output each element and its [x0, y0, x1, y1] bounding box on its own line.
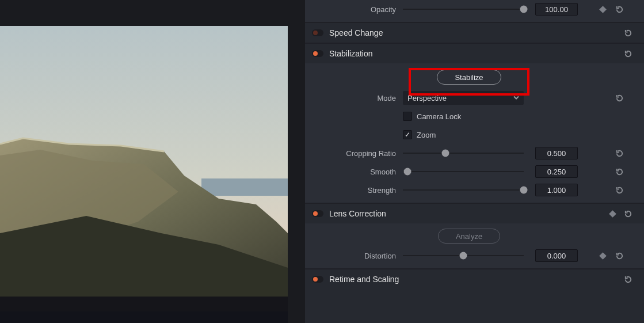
distortion-label: Distortion — [305, 252, 403, 260]
lens-correction-toggle[interactable] — [312, 210, 323, 217]
strength-row: Strength 1.000 — [305, 181, 644, 199]
opacity-label: Opacity — [305, 5, 403, 14]
reset-icon[interactable] — [615, 251, 624, 260]
retime-scaling-toggle[interactable] — [312, 276, 323, 283]
inspector-scrollbar[interactable] — [638, 289, 643, 323]
zoom-label: Zoom — [417, 131, 436, 139]
retime-scaling-title: Retime and Scaling — [329, 275, 399, 284]
strength-value[interactable]: 1.000 — [535, 184, 578, 196]
lens-correction-title: Lens Correction — [329, 209, 386, 218]
column-separator — [288, 0, 305, 323]
retime-scaling-header[interactable]: Retime and Scaling — [305, 269, 644, 289]
section-speed-change: Speed Change — [305, 23, 644, 43]
speed-change-title: Speed Change — [329, 28, 383, 37]
speed-change-header[interactable]: Speed Change — [305, 23, 644, 43]
viewer-bottom-bar — [0, 311, 288, 323]
keyframe-icon[interactable] — [599, 6, 607, 13]
mode-label: Mode — [305, 94, 403, 102]
smooth-label: Smooth — [305, 168, 403, 176]
strength-slider[interactable] — [403, 184, 524, 196]
opacity-row: Opacity 100.00 — [305, 0, 644, 18]
preview-image-placeholder — [0, 26, 288, 297]
stabilization-toggle[interactable] — [312, 50, 323, 57]
stabilize-button[interactable]: Stabilize — [437, 70, 501, 85]
strength-label: Strength — [305, 186, 403, 195]
reset-icon[interactable] — [615, 167, 624, 176]
smooth-row: Smooth 0.250 — [305, 162, 644, 181]
smooth-slider[interactable] — [403, 166, 524, 177]
camera-lock-row: Camera Lock — [305, 107, 644, 126]
camera-lock-checkbox[interactable] — [403, 112, 412, 121]
distortion-row: Distortion 0.000 — [305, 246, 644, 265]
distortion-slider[interactable] — [403, 250, 524, 261]
camera-lock-label: Camera Lock — [417, 112, 461, 121]
keyframe-icon[interactable] — [599, 252, 607, 260]
reset-icon[interactable] — [615, 149, 624, 158]
section-lens-correction: Lens Correction Analyze Distortion — [305, 204, 644, 268]
cropping-row: Cropping Ratio 0.500 — [305, 144, 644, 162]
section-stabilization: Stabilization Stabilize Mode Perspect — [305, 44, 644, 203]
stabilization-header[interactable]: Stabilization — [305, 44, 644, 63]
svg-rect-1 — [201, 178, 288, 196]
opacity-value[interactable]: 100.00 — [535, 3, 578, 16]
viewer-preview[interactable] — [0, 26, 288, 297]
chevron-down-icon — [513, 94, 519, 102]
section-retime-scaling: Retime and Scaling — [305, 269, 644, 289]
reset-icon[interactable] — [615, 185, 624, 195]
mode-row: Mode Perspective — [305, 89, 644, 107]
zoom-checkbox[interactable] — [403, 130, 412, 139]
cropping-value[interactable]: 0.500 — [535, 147, 578, 159]
lens-correction-header[interactable]: Lens Correction — [305, 204, 644, 223]
inspector-panel: Opacity 100.00 Speed Change — [305, 0, 644, 323]
viewer-column — [0, 0, 288, 323]
mode-value: Perspective — [407, 94, 447, 102]
distortion-value[interactable]: 0.000 — [535, 249, 578, 262]
reset-icon[interactable] — [623, 209, 632, 218]
cropping-slider[interactable] — [403, 147, 524, 159]
reset-icon[interactable] — [623, 49, 632, 58]
reset-icon[interactable] — [615, 5, 624, 14]
zoom-row: Zoom — [305, 126, 644, 144]
cropping-label: Cropping Ratio — [305, 149, 403, 158]
speed-change-toggle[interactable] — [312, 29, 323, 36]
smooth-value[interactable]: 0.250 — [535, 165, 578, 178]
analyze-button[interactable]: Analyze — [438, 229, 500, 244]
keyframe-icon[interactable] — [609, 210, 616, 218]
stabilization-title: Stabilization — [329, 49, 373, 58]
viewer-top-bar — [0, 0, 288, 26]
opacity-slider[interactable] — [403, 3, 524, 15]
reset-icon[interactable] — [623, 28, 632, 37]
reset-icon[interactable] — [615, 93, 624, 102]
reset-icon[interactable] — [623, 275, 632, 284]
mode-dropdown[interactable]: Perspective — [403, 91, 524, 105]
